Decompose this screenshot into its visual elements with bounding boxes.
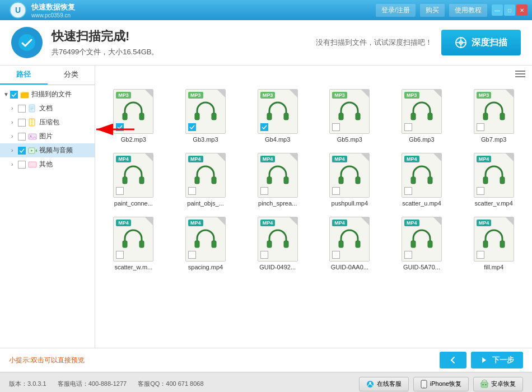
other-checkbox[interactable]	[18, 161, 26, 169]
tree-item-docs[interactable]: › 文档	[0, 101, 95, 115]
file-item[interactable]: MP3 Gb3.mp3	[172, 86, 240, 145]
file-checkbox[interactable]	[116, 123, 124, 131]
tab-category[interactable]: 分类	[48, 66, 95, 85]
file-type-tag: MP4	[116, 156, 131, 162]
file-thumbnail: MP4	[258, 217, 298, 262]
close-button[interactable]: ✕	[516, 4, 528, 16]
video-checkbox[interactable]	[18, 147, 26, 155]
file-page: MP3	[185, 89, 226, 134]
file-item[interactable]: MP4 scatter_w.m...	[100, 213, 167, 273]
headphone-icon	[481, 162, 507, 188]
file-item[interactable]: MP3 Gb5.mp3	[316, 86, 384, 145]
file-checkbox[interactable]	[188, 251, 196, 259]
svg-rect-66	[423, 380, 425, 380]
file-name: pushpull.mp4	[332, 200, 368, 207]
file-checkbox[interactable]	[477, 123, 484, 131]
svg-rect-45	[356, 177, 360, 184]
file-checkbox[interactable]	[477, 251, 484, 259]
file-item[interactable]: MP3 Gb4.mp3	[244, 86, 311, 145]
buy-button[interactable]: 购买	[420, 4, 445, 17]
tree-item-video[interactable]: › 视频与音频	[0, 143, 95, 157]
image-icon	[28, 132, 37, 141]
file-item[interactable]: MP4 scatter_u.mp4	[388, 150, 456, 209]
tab-path[interactable]: 路径	[0, 66, 48, 85]
online-service-button[interactable]: 在线客服	[359, 377, 409, 391]
svg-rect-35	[428, 113, 432, 120]
file-thumbnail: MP3	[329, 89, 370, 134]
file-checkbox[interactable]	[116, 187, 124, 195]
file-checkbox[interactable]	[404, 251, 412, 259]
file-item[interactable]: MP4 pushpull.mp4	[316, 150, 384, 209]
svg-rect-56	[339, 241, 343, 248]
svg-rect-67	[481, 382, 488, 388]
expand-docs-icon: ›	[11, 105, 18, 111]
iphone-restore-button[interactable]: iPhone恢复	[413, 377, 469, 391]
file-item[interactable]: MP3 Gb2.mp3	[100, 86, 167, 145]
root-checkbox[interactable]	[10, 91, 18, 99]
file-checkbox[interactable]	[260, 187, 268, 195]
file-checkbox[interactable]	[188, 187, 196, 195]
login-button[interactable]: 登录/注册	[376, 4, 416, 17]
svg-text:U: U	[15, 6, 21, 15]
file-item[interactable]: MP4 GUID-5A70...	[388, 213, 456, 273]
docs-checkbox[interactable]	[18, 105, 26, 113]
file-checkbox[interactable]	[332, 123, 340, 131]
file-name: fill.mp4	[484, 264, 503, 270]
file-checkbox[interactable]	[116, 251, 124, 259]
back-button[interactable]	[440, 352, 466, 368]
file-page: MP3	[113, 89, 153, 134]
android-restore-button[interactable]: 安卓恢复	[473, 377, 523, 391]
svg-rect-54	[267, 241, 272, 248]
file-item[interactable]: MP3 Gb7.mp3	[460, 86, 528, 145]
minimize-button[interactable]: —	[492, 4, 503, 16]
file-checkbox[interactable]	[188, 123, 196, 131]
headphone-icon	[120, 226, 146, 252]
headphone-icon	[337, 162, 362, 188]
tutorial-button[interactable]: 使用教程	[449, 4, 487, 17]
file-item[interactable]: MP4 paint_objs_...	[172, 150, 240, 209]
file-checkbox[interactable]	[332, 251, 340, 259]
maximize-button[interactable]: □	[504, 4, 515, 16]
headphone-icon	[265, 226, 291, 252]
deep-scan-button[interactable]: 深度扫描	[441, 30, 521, 55]
file-item[interactable]: MP4 spacing.mp4	[172, 213, 240, 273]
file-name: Gb7.mp3	[481, 136, 506, 143]
file-type-tag: MP4	[260, 220, 276, 226]
file-type-tag: MP3	[404, 92, 419, 99]
tree-root[interactable]: ▼ 扫描到的文件	[0, 87, 95, 101]
next-button[interactable]: 下一步	[471, 352, 523, 368]
file-item[interactable]: MP4 fill.mp4	[460, 213, 528, 273]
file-page: MP4	[185, 217, 226, 262]
file-item[interactable]: MP4 paint_conne...	[100, 150, 167, 209]
headphone-icon	[120, 99, 146, 124]
file-checkbox[interactable]	[332, 187, 340, 195]
file-item[interactable]: MP4 GUID-0AA0...	[316, 213, 384, 273]
file-item[interactable]: MP4 GUID-0492...	[244, 213, 311, 273]
file-thumbnail: MP3	[402, 89, 442, 134]
file-name: GUID-5A70...	[403, 264, 440, 270]
file-type-tag: MP4	[404, 156, 419, 162]
file-item[interactable]: MP3 Gb6.mp3	[388, 86, 456, 145]
svg-rect-40	[195, 177, 199, 184]
tree-item-zip[interactable]: › 压缩包	[0, 115, 95, 129]
view-options-button[interactable]	[514, 69, 526, 81]
tree-item-img[interactable]: › 图片	[0, 129, 95, 143]
zip-label: 压缩包	[39, 118, 59, 127]
zip-checkbox[interactable]	[18, 119, 26, 127]
svg-rect-44	[339, 177, 343, 184]
file-item[interactable]: MP4 pinch_sprea...	[244, 150, 311, 209]
headphone-icon	[120, 162, 146, 188]
file-checkbox[interactable]	[477, 187, 484, 195]
file-checkbox[interactable]	[260, 123, 268, 131]
file-item[interactable]: MP4 scatter_v.mp4	[460, 150, 528, 209]
expand-video-icon: ›	[11, 147, 18, 153]
file-checkbox[interactable]	[404, 187, 412, 195]
file-checkbox[interactable]	[260, 251, 268, 259]
tree-item-other[interactable]: › … 其他	[0, 157, 95, 171]
folder-icon	[20, 90, 29, 99]
file-checkbox[interactable]	[404, 123, 412, 131]
app-logo: U	[4, 2, 31, 18]
file-name: GUID-0AA0...	[331, 264, 368, 270]
img-checkbox[interactable]	[18, 133, 26, 141]
svg-rect-34	[411, 113, 416, 120]
